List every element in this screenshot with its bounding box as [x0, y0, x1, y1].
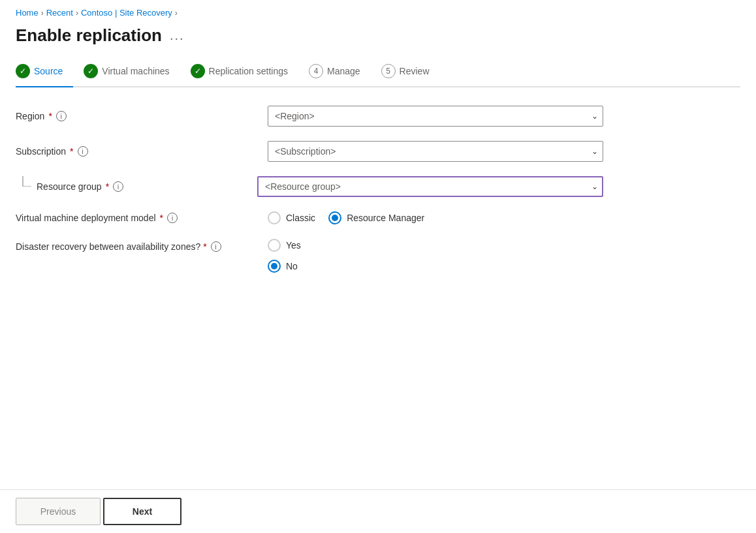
step-review-icon: 5 — [381, 64, 396, 78]
step-source-label: Source — [34, 66, 63, 76]
steps-bar: ✓ Source ✓ Virtual machines ✓ Replicatio… — [16, 59, 740, 87]
step-review[interactable]: 5 Review — [371, 59, 440, 86]
disaster-yes-radio[interactable]: Yes — [268, 239, 603, 252]
main-content: ✓ Source ✓ Virtual machines ✓ Replicatio… — [0, 59, 756, 489]
disaster-no-dot — [271, 263, 277, 269]
subscription-label-text: Subscription — [16, 146, 66, 157]
disaster-no-label: No — [286, 261, 298, 271]
breadcrumb-sep-3: › — [175, 8, 178, 18]
deployment-model-row: Virtual machine deployment model * i Cla… — [16, 211, 603, 224]
deployment-classic-radio[interactable]: Classic — [268, 211, 315, 224]
deployment-model-radio-group: Classic Resource Manager — [268, 211, 603, 224]
region-row: Region * i <Region> ⌄ — [16, 106, 603, 127]
disaster-recovery-label-text: Disaster recovery between availability z… — [16, 241, 207, 252]
page-title-row: Enable replication ... — [0, 23, 756, 59]
resource-group-select[interactable]: <Resource group> — [257, 176, 603, 197]
subscription-label: Subscription * i — [16, 146, 257, 157]
region-label: Region * i — [16, 111, 257, 121]
deployment-model-info-icon[interactable]: i — [167, 213, 178, 223]
step-vm-label: Virtual machines — [102, 66, 169, 76]
disaster-yes-label: Yes — [286, 240, 301, 251]
step-replication-settings[interactable]: ✓ Replication settings — [180, 59, 298, 86]
region-control: <Region> ⌄ — [268, 106, 603, 127]
region-label-text: Region — [16, 111, 44, 121]
step-virtual-machines[interactable]: ✓ Virtual machines — [73, 59, 180, 86]
step-repl-icon: ✓ — [191, 64, 205, 78]
step-manage-icon: 4 — [309, 64, 323, 78]
subscription-control: <Subscription> ⌄ — [268, 141, 603, 162]
step-review-label: Review — [400, 66, 430, 76]
step-manage[interactable]: 4 Manage — [298, 59, 371, 86]
region-info-icon[interactable]: i — [56, 111, 67, 121]
subscription-select-wrapper: <Subscription> ⌄ — [268, 141, 603, 162]
subscription-required: * — [70, 146, 73, 157]
resource-group-select-wrapper: <Resource group> ⌄ — [257, 176, 603, 197]
disaster-recovery-row: Disaster recovery between availability z… — [16, 239, 603, 273]
subscription-select[interactable]: <Subscription> — [268, 141, 603, 162]
deployment-model-label-text: Virtual machine deployment model — [16, 213, 156, 223]
resource-group-required: * — [106, 181, 109, 192]
deployment-rm-label: Resource Manager — [347, 213, 424, 223]
footer: Previous Next — [0, 489, 756, 533]
deployment-rm-dot — [332, 215, 338, 221]
disaster-recovery-radio-group: Yes No — [268, 239, 603, 273]
deployment-resource-manager-radio[interactable]: Resource Manager — [328, 211, 424, 224]
disaster-recovery-required: * — [203, 241, 206, 252]
previous-button[interactable]: Previous — [16, 498, 101, 525]
resource-group-info-icon[interactable]: i — [113, 181, 123, 192]
indent-connector — [16, 176, 37, 197]
breadcrumb-sep-2: › — [76, 8, 78, 18]
disaster-recovery-info-icon[interactable]: i — [211, 241, 221, 252]
disaster-no-circle — [268, 260, 281, 273]
disaster-yes-circle — [268, 239, 281, 252]
step-source[interactable]: ✓ Source — [16, 59, 73, 86]
deployment-model-required: * — [160, 213, 163, 223]
ellipsis-button[interactable]: ... — [170, 28, 185, 43]
page-title: Enable replication — [16, 25, 162, 46]
breadcrumb-sep-1: › — [41, 8, 44, 18]
step-manage-label: Manage — [327, 66, 360, 76]
step-vm-icon: ✓ — [84, 64, 98, 78]
form-section: Region * i <Region> ⌄ Subscription * i — [16, 106, 603, 273]
region-select-wrapper: <Region> ⌄ — [268, 106, 603, 127]
deployment-model-control: Classic Resource Manager — [268, 211, 603, 224]
resource-group-label: Resource group * i — [37, 181, 123, 192]
disaster-recovery-label-main: Disaster recovery between availability z… — [16, 241, 200, 252]
deployment-classic-label: Classic — [286, 213, 315, 223]
region-select[interactable]: <Region> — [268, 106, 603, 127]
resource-group-row: Resource group * i <Resource group> ⌄ — [16, 176, 603, 197]
breadcrumb: Home › Recent › Contoso | Site Recovery … — [0, 0, 756, 23]
resource-group-label-text: Resource group — [37, 181, 102, 192]
breadcrumb-recent[interactable]: Recent — [46, 8, 73, 18]
deployment-rm-circle — [328, 211, 341, 224]
disaster-recovery-control: Yes No — [268, 239, 603, 273]
step-source-icon: ✓ — [16, 64, 30, 78]
subscription-row: Subscription * i <Subscription> ⌄ — [16, 141, 603, 162]
deployment-classic-circle — [268, 211, 281, 224]
resource-group-control: <Resource group> ⌄ — [257, 176, 603, 197]
breadcrumb-home[interactable]: Home — [16, 8, 39, 18]
deployment-model-label: Virtual machine deployment model * i — [16, 213, 257, 223]
resource-group-label-area: Resource group * i — [16, 176, 257, 197]
subscription-info-icon[interactable]: i — [78, 146, 88, 157]
disaster-recovery-label: Disaster recovery between availability z… — [16, 239, 257, 252]
next-button[interactable]: Next — [103, 498, 181, 525]
breadcrumb-contoso[interactable]: Contoso | Site Recovery — [81, 8, 172, 18]
step-repl-label: Replication settings — [209, 66, 288, 76]
disaster-no-radio[interactable]: No — [268, 260, 603, 273]
region-required: * — [48, 111, 52, 121]
